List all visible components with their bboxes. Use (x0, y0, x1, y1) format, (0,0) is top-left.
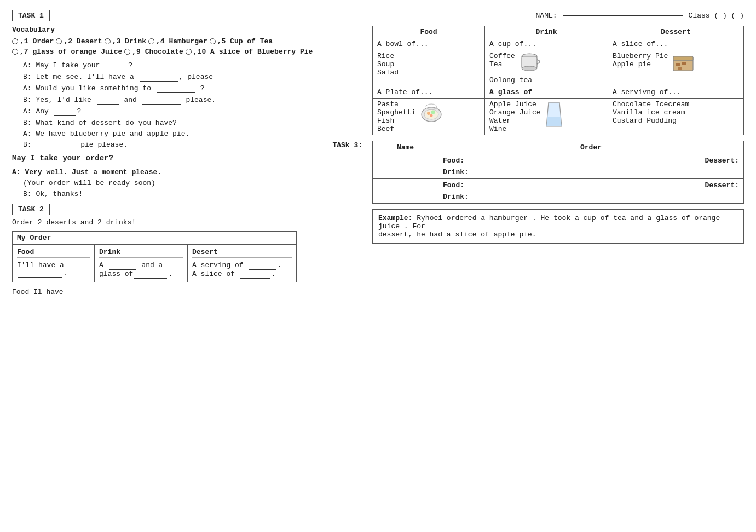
order-row2-dessert-label: Dessert: (705, 181, 739, 189)
spaghetti-item: Spaghetti (377, 108, 415, 117)
example-underline2: tea (613, 214, 626, 222)
my-order-title: My Order (13, 232, 296, 245)
example-text1: Ryhoei ordered (417, 214, 481, 222)
my-order-table: My Order Food I'll have a . Drink A and (12, 231, 297, 282)
vocab-item-9: ,9 Chocolate (124, 48, 183, 56)
custard-pudding-item: Custard Pudding (613, 117, 739, 125)
vocab-food-subheader1: A bowl of... (373, 38, 485, 50)
order-row1-sub: Food: Dessert: (443, 157, 739, 165)
order-row1-name (373, 154, 438, 179)
vocab-drink-subheader1: A cup of... (485, 38, 608, 50)
apple-juice-item: Apple Juice (489, 100, 541, 108)
dialog-line-8: B: pie please. TASk 3: (12, 141, 362, 149)
vocab-label-4: ,4 Hamburger (156, 37, 207, 45)
blank-2 (140, 73, 178, 82)
circle-10 (186, 49, 192, 55)
vocab-dessert-slice: Blueberry Pie Apple pie (608, 50, 743, 86)
blank-6 (54, 107, 76, 116)
blank-7 (37, 141, 75, 149)
example-text4: . For (404, 222, 425, 230)
order-row1-food-blank (475, 157, 694, 165)
vocabulary-table: Food Drink Dessert A bowl of... A cup of… (372, 26, 744, 135)
vocab-label-2: ,2 Desert (64, 37, 102, 45)
vocab-th-dessert: Dessert (608, 26, 743, 38)
oolong-item: Oolong tea (489, 76, 603, 84)
order-row2-name (373, 179, 438, 204)
may-i-take-order: May I take your order? (12, 154, 362, 163)
fish-item: Fish (377, 117, 415, 125)
vocab-label-5: ,5 Cup of Tea (217, 37, 273, 45)
dialog-line-5: A: Any ? (12, 107, 362, 116)
choc-icecream-item: Chocolate Icecream (613, 100, 739, 108)
dessert-text: A serving of . A slice of . (192, 261, 292, 279)
vocab-food-plate-header: A Plate of... (373, 86, 485, 99)
dialog-section: A: May I take your ? B: Let me see. I'll… (12, 61, 362, 149)
example-text2: . He took a cup of (532, 214, 613, 222)
glass-icon (544, 100, 564, 129)
vocab-item-5: ,5 Cup of Tea (210, 37, 273, 45)
vocab-food-bowl: RiceSoupSalad (373, 50, 485, 86)
order-row2-sub: Food: Dessert: (443, 181, 739, 189)
order-row2-order: Food: Dessert: Drink: (438, 179, 744, 204)
my-order-drink: Drink A and a glass of . (95, 245, 188, 282)
drink-col-header: Drink (99, 248, 183, 258)
dialog-line-4: B: Yes, I'd like and please. (12, 96, 362, 105)
order-th-name: Name (373, 141, 438, 154)
svg-point-11 (427, 112, 430, 115)
vocab-drink-cup: Coffee Tea (485, 50, 608, 86)
vocab-drink-glass: Apple Juice Orange Juice Water Wine (485, 99, 608, 135)
order-row2-drink-sub: Drink: (443, 193, 739, 201)
header: TASK 1 NAME: Class ( ) ( ) (12, 10, 744, 21)
vocab-row-1: ,1 Order ,2 Desert ,3 Drink ,4 Hamburger… (12, 37, 362, 45)
dessert-col-header: Desert (192, 248, 292, 258)
vocab-label-7: ,7 glass of orange Juice (20, 48, 122, 56)
vocab-item-3: ,3 Drink (105, 37, 146, 45)
svg-rect-8 (678, 67, 682, 70)
vocab-th-drink: Drink (485, 26, 608, 38)
task2-instruction: Order 2 deserts and 2 drinks! (12, 218, 362, 227)
my-order-body: Food I'll have a . Drink A and a glass o… (13, 245, 296, 282)
svg-point-12 (431, 111, 435, 114)
blank-3 (157, 84, 195, 93)
circle-9 (124, 49, 130, 55)
water-item: Water (489, 117, 541, 125)
order-row1-food-label: Food: (443, 157, 464, 165)
dialog-line-7: A: We have blueberry pie and apple pie. (12, 130, 362, 138)
circle-4 (148, 38, 154, 44)
my-order-dessert: Desert A serving of . A slice of . (188, 245, 296, 282)
vocab-label-10: ,10 A slice of Blueberry Pie (193, 48, 313, 56)
circle-2 (56, 38, 62, 44)
vocab-dessert-subheader1: A slice of... (608, 38, 743, 50)
blank-1 (105, 61, 127, 70)
page: TASK 1 NAME: Class ( ) ( ) Vocabulary ,1… (12, 10, 744, 296)
dialog2-line-1: A: Very well. Just a moment please. (12, 168, 362, 176)
drink-text: A and a glass of . (99, 261, 183, 279)
cup-icon (518, 52, 543, 74)
dialog-line-6: B: What kind of dessert do you have? (12, 119, 362, 127)
circle-7 (12, 49, 18, 55)
dialog2-section: A: Very well. Just a moment please. (You… (12, 168, 362, 198)
vocab-label-1: ,1 Order (20, 37, 54, 45)
circle-5 (210, 38, 216, 44)
class-label: Class ( ) ( ) (689, 11, 744, 20)
example-label: Example: (378, 214, 412, 222)
order-row1-dessert-label: Dessert: (705, 157, 739, 165)
main-content: Vocabulary ,1 Order ,2 Desert ,3 Drink (12, 26, 744, 296)
circle-3 (105, 38, 111, 44)
svg-point-2 (522, 66, 537, 71)
task3-label: TASk 3: (332, 141, 362, 149)
order-row1-drink-label: Drink: (443, 168, 469, 176)
orange-juice-item: Orange Juice (489, 108, 541, 117)
vocab-label-3: ,3 Drink (112, 37, 146, 45)
wine-item: Wine (489, 125, 541, 133)
vocab-dessert-serving: Chocolate Icecream Vanilla ice cream Cus… (608, 99, 743, 135)
order-row1-order: Food: Dessert: Drink: (438, 154, 744, 179)
right-column: Food Drink Dessert A bowl of... A cup of… (372, 26, 744, 296)
food-blank (18, 269, 62, 278)
glass-image (544, 100, 564, 131)
food-col-header: Food (17, 248, 90, 258)
vocab-th-food: Food (373, 26, 485, 38)
blank-4 (97, 96, 119, 105)
header-right: NAME: Class ( ) ( ) (536, 11, 744, 20)
dialog-line-2: B: Let me see. I'll have a , please (12, 73, 362, 82)
